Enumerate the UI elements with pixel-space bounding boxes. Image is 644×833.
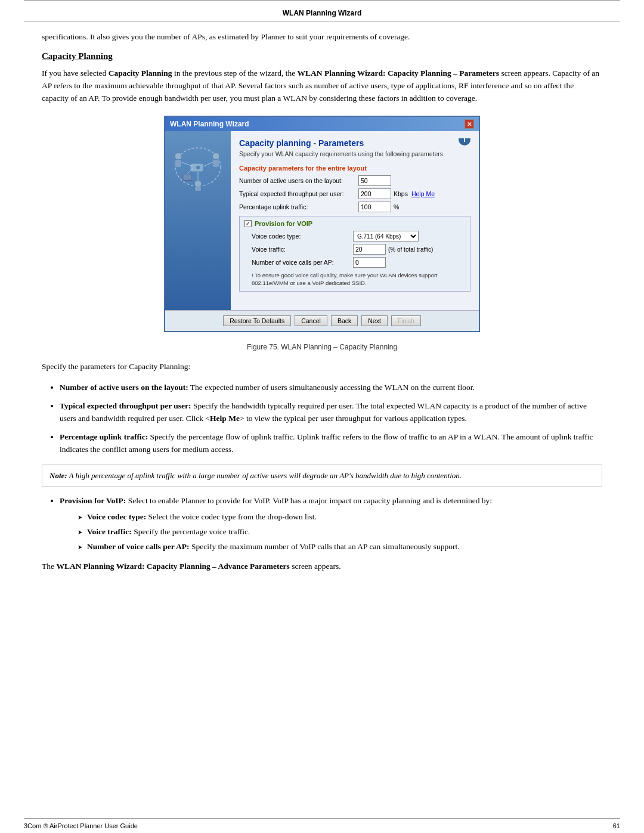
svg-rect-6 <box>213 160 219 167</box>
section-heading: Capacity Planning <box>42 51 602 61</box>
voice-traffic-row: Voice traffic: (% of total traffic) <box>244 244 465 255</box>
footer: 3Com ® AirProtect Planner User Guide 61 <box>0 806 644 833</box>
active-users-row: Number of active users on the layout: <box>239 175 470 186</box>
throughput-unit: Kbps <box>394 190 408 197</box>
bullet-list-2: Provision for VoIP: Select to enable Pla… <box>60 495 602 553</box>
svg-point-7 <box>194 180 202 187</box>
dialog-buttons: Restore To Defaults Cancel Back Next Fin… <box>165 310 479 331</box>
restore-defaults-button[interactable]: Restore To Defaults <box>223 315 291 326</box>
header-title: WLAN Planning Wizard <box>0 4 644 21</box>
back-button[interactable]: Back <box>331 315 358 326</box>
dialog-close-button[interactable]: ✕ <box>465 119 474 129</box>
voice-traffic-input[interactable] <box>353 244 386 255</box>
body-paragraph: If you have selected Capacity Planning i… <box>42 67 602 105</box>
dialog-title: WLAN Planning Wizard <box>170 120 249 128</box>
codec-row: Voice codec type: G.711 (64 Kbps) G.729 … <box>244 231 465 241</box>
voice-calls-row: Number of voice calls per AP: <box>244 257 465 268</box>
voice-calls-label: Number of voice calls per AP: <box>252 259 353 266</box>
footer-content: 3Com ® AirProtect Planner User Guide 61 <box>0 819 644 833</box>
throughput-input[interactable] <box>358 188 391 199</box>
network-icon <box>171 143 225 191</box>
footer-left: 3Com ® AirProtect Planner User Guide <box>24 822 138 829</box>
bullet-list-1: Number of active users on the layout: Th… <box>60 382 602 456</box>
closing-text: The WLAN Planning Wizard: Capacity Plann… <box>42 561 602 573</box>
svg-point-2 <box>196 166 200 169</box>
dialog-right-panel: i Capacity planning - Parameters Specify… <box>231 131 479 310</box>
note-text: Note: A high percentage of uplink traffi… <box>49 471 462 480</box>
uplink-input[interactable] <box>358 202 391 212</box>
spec-intro: Specify the parameters for Capacity Plan… <box>42 361 602 373</box>
voip-checkbox[interactable]: ✓ <box>244 220 252 227</box>
uplink-label: Percentage uplink traffic: <box>239 203 358 210</box>
help-me-link[interactable]: Help Me <box>411 190 435 197</box>
svg-rect-13 <box>182 180 193 181</box>
finish-button[interactable]: Finish <box>391 315 421 326</box>
bullet-uplink: Percentage uplink traffic: Specify the p… <box>60 431 602 456</box>
dialog-panel-subtitle: Specify your WLAN capacity requirements … <box>239 150 470 157</box>
figure-caption: Figure 75. WLAN Planning – Capacity Plan… <box>42 343 602 351</box>
form-section-title: Capacity parameters for the entire layou… <box>239 165 470 172</box>
bullet-active-users: Number of active users on the layout: Th… <box>60 382 602 394</box>
intro-paragraph: specifications. It also gives you the nu… <box>42 31 602 43</box>
cancel-button[interactable]: Cancel <box>295 315 327 326</box>
dialog-titlebar: WLAN Planning Wizard ✕ <box>165 117 479 131</box>
codec-label: Voice codec type: <box>252 233 353 240</box>
svg-rect-8 <box>195 187 201 191</box>
active-users-input[interactable] <box>358 175 391 186</box>
dialog-box: WLAN Planning Wizard ✕ <box>164 116 480 332</box>
footer-page: 61 <box>613 822 620 829</box>
dialog-panel-title: Capacity planning - Parameters <box>239 138 470 148</box>
dialog-left-panel <box>165 131 231 310</box>
voip-checkbox-row: ✓ Provision for VOIP <box>244 220 465 227</box>
voip-section-title: Provision for VOIP <box>255 220 312 227</box>
svg-point-3 <box>175 153 182 160</box>
sub-item-calls: Number of voice calls per AP: Specify th… <box>78 541 602 553</box>
note-box: Note: A high percentage of uplink traffi… <box>42 465 602 487</box>
sub-item-codec: Voice codec type: Select the voice codec… <box>78 511 602 524</box>
svg-rect-12 <box>183 174 191 180</box>
bullet-throughput: Typical expected throughput per user: Sp… <box>60 400 602 425</box>
uplink-row: Percentage uplink traffic: % <box>239 202 470 212</box>
codec-select[interactable]: G.711 (64 Kbps) G.729 (8 Kbps) <box>353 231 419 241</box>
sub-item-traffic: Voice traffic: Specify the percentage vo… <box>78 526 602 538</box>
top-border <box>24 0 620 4</box>
svg-rect-4 <box>175 160 181 167</box>
voip-note: ! To ensure good voice call quality, mak… <box>244 271 465 287</box>
active-users-label: Number of active users on the layout: <box>239 177 358 184</box>
voice-traffic-unit: (% of total traffic) <box>388 246 433 253</box>
throughput-label: Typical expected throughput per user: <box>239 190 358 197</box>
bullet-voip: Provision for VoIP: Select to enable Pla… <box>60 495 602 553</box>
dialog-body: i Capacity planning - Parameters Specify… <box>165 131 479 310</box>
svg-point-5 <box>212 153 219 160</box>
voice-calls-input[interactable] <box>353 257 386 268</box>
voice-traffic-label: Voice traffic: <box>252 246 353 253</box>
page-content: specifications. It also gives you the nu… <box>42 21 602 573</box>
throughput-row: Typical expected throughput per user: Kb… <box>239 188 470 199</box>
next-button[interactable]: Next <box>361 315 388 326</box>
dialog-wrapper: WLAN Planning Wizard ✕ <box>164 116 480 332</box>
svg-line-10 <box>203 162 213 166</box>
sub-list-voip: Voice codec type: Select the voice codec… <box>78 511 602 553</box>
uplink-unit: % <box>394 203 399 210</box>
voip-section: ✓ Provision for VOIP Voice codec type: G… <box>239 216 470 292</box>
